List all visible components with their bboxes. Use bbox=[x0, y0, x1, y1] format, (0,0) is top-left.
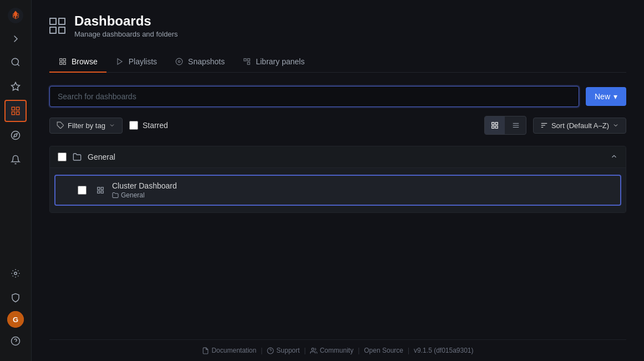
list-view-icon bbox=[512, 121, 520, 129]
footer-open-source-link[interactable]: Open Source bbox=[364, 347, 403, 354]
sort-select[interactable]: Sort (Default A–Z) bbox=[533, 118, 626, 134]
sidebar-item-dashboards[interactable] bbox=[4, 100, 27, 122]
svg-line-3 bbox=[17, 64, 19, 65]
dashboard-item-icon bbox=[95, 185, 105, 195]
svg-rect-24 bbox=[247, 59, 250, 61]
view-grid-button[interactable] bbox=[485, 116, 505, 134]
svg-point-2 bbox=[12, 58, 18, 65]
sidebar-item-search[interactable] bbox=[4, 51, 27, 73]
svg-rect-27 bbox=[492, 123, 494, 125]
sidebar-item-shield[interactable] bbox=[4, 287, 27, 309]
tab-browse-label: Browse bbox=[72, 57, 98, 66]
avatar[interactable]: G bbox=[7, 311, 24, 328]
footer-documentation-label: Documentation bbox=[211, 347, 256, 354]
footer-documentation-link[interactable]: Documentation bbox=[202, 347, 256, 354]
svg-rect-39 bbox=[98, 191, 100, 193]
folder-general-checkbox[interactable] bbox=[58, 152, 67, 161]
svg-rect-6 bbox=[17, 107, 19, 110]
tabs-bar: Browse Playlists Snapshots bbox=[49, 52, 626, 73]
svg-rect-7 bbox=[12, 112, 14, 115]
starred-checkbox[interactable] bbox=[129, 121, 138, 130]
filter-by-tag-button[interactable]: Filter by tag bbox=[49, 118, 123, 134]
svg-marker-20 bbox=[118, 59, 122, 65]
page-subtitle: Manage dashboards and folders bbox=[74, 30, 178, 38]
browse-tab-icon bbox=[58, 57, 67, 66]
tag-icon bbox=[57, 121, 64, 129]
dashboards-page-icon bbox=[49, 18, 65, 34]
dashboard-cluster-checkbox[interactable] bbox=[78, 186, 87, 195]
svg-rect-25 bbox=[247, 62, 250, 64]
view-list-button[interactable] bbox=[506, 116, 526, 134]
dashboard-item-folder: General bbox=[112, 191, 177, 199]
starred-filter[interactable]: Starred bbox=[129, 121, 168, 130]
tab-snapshots[interactable]: Snapshots bbox=[166, 52, 234, 73]
svg-rect-5 bbox=[12, 107, 14, 110]
dashboard-item-name: Cluster Dashboard bbox=[112, 181, 177, 190]
icon-square-1 bbox=[49, 18, 57, 25]
snapshots-tab-icon bbox=[175, 57, 184, 66]
svg-marker-4 bbox=[12, 83, 20, 90]
svg-point-11 bbox=[14, 272, 17, 275]
main-content: Dashboards Manage dashboards and folders… bbox=[32, 0, 644, 361]
tab-playlists[interactable]: Playlists bbox=[107, 52, 166, 73]
grafana-logo[interactable]: ⬡ bbox=[4, 4, 27, 27]
footer-community-label: Community bbox=[320, 347, 353, 354]
tab-library-panels-label: Library panels bbox=[256, 57, 305, 66]
footer-support-label: Support bbox=[276, 347, 300, 354]
dashboard-item-cluster[interactable]: Cluster Dashboard General bbox=[54, 175, 621, 206]
search-input[interactable] bbox=[49, 86, 579, 107]
search-input-wrapper bbox=[49, 86, 579, 107]
svg-rect-19 bbox=[63, 62, 65, 64]
folder-icon bbox=[72, 152, 82, 162]
folder-general[interactable]: General bbox=[50, 146, 626, 168]
svg-rect-37 bbox=[98, 187, 100, 190]
svg-text:G: G bbox=[13, 316, 18, 324]
sidebar-item-explore[interactable] bbox=[4, 124, 27, 146]
folder-general-name: General bbox=[88, 152, 605, 161]
svg-rect-16 bbox=[60, 59, 62, 61]
footer-sep-4: | bbox=[408, 347, 409, 354]
tab-playlists-label: Playlists bbox=[129, 57, 157, 66]
svg-rect-30 bbox=[495, 126, 498, 128]
sidebar-item-alerting[interactable] bbox=[4, 149, 27, 171]
library-panels-tab-icon bbox=[242, 57, 251, 66]
footer-community-link[interactable]: Community bbox=[310, 347, 353, 354]
svg-marker-10 bbox=[14, 134, 17, 137]
tab-snapshots-label: Snapshots bbox=[188, 57, 225, 66]
svg-point-21 bbox=[176, 58, 182, 65]
folder-collapse-icon[interactable] bbox=[610, 152, 618, 162]
svg-rect-40 bbox=[101, 191, 103, 193]
sidebar-toggle-button[interactable] bbox=[4, 31, 27, 47]
tab-library-panels[interactable]: Library panels bbox=[234, 52, 313, 73]
new-button-chevron-icon: ▾ bbox=[613, 92, 617, 101]
sidebar-item-starred[interactable] bbox=[4, 75, 27, 98]
svg-point-9 bbox=[12, 131, 20, 140]
sidebar-item-help[interactable] bbox=[4, 330, 27, 352]
sidebar-item-settings[interactable] bbox=[4, 262, 27, 284]
page-header: Dashboards Manage dashboards and folders bbox=[49, 13, 626, 38]
svg-rect-23 bbox=[244, 59, 246, 61]
dashboard-item-folder-name: General bbox=[121, 191, 145, 199]
svg-rect-28 bbox=[495, 123, 498, 125]
page-header-text: Dashboards Manage dashboards and folders bbox=[74, 13, 178, 38]
icon-square-3 bbox=[49, 27, 57, 34]
icon-square-2 bbox=[58, 18, 65, 25]
playlists-tab-icon bbox=[115, 57, 124, 66]
community-icon bbox=[310, 347, 317, 354]
filter-tag-label: Filter by tag bbox=[68, 121, 105, 130]
new-button[interactable]: New ▾ bbox=[586, 87, 626, 106]
tab-browse[interactable]: Browse bbox=[49, 52, 107, 73]
dashboard-item-info: Cluster Dashboard General bbox=[112, 181, 177, 199]
dashboard-list: General Cluster Dashboard bbox=[49, 146, 626, 213]
new-button-label: New bbox=[595, 92, 610, 101]
page-title: Dashboards bbox=[74, 13, 178, 29]
sort-label: Sort (Default A–Z) bbox=[551, 121, 609, 130]
filter-tag-chevron-icon bbox=[109, 122, 115, 129]
footer-support-link[interactable]: Support bbox=[267, 347, 300, 354]
documentation-icon bbox=[202, 347, 209, 354]
footer-open-source-label: Open Source bbox=[364, 347, 403, 354]
svg-rect-17 bbox=[63, 59, 65, 61]
sidebar: ⬡ bbox=[0, 0, 32, 361]
folder-items-area: Cluster Dashboard General bbox=[50, 168, 626, 212]
search-area: New ▾ bbox=[49, 86, 626, 107]
